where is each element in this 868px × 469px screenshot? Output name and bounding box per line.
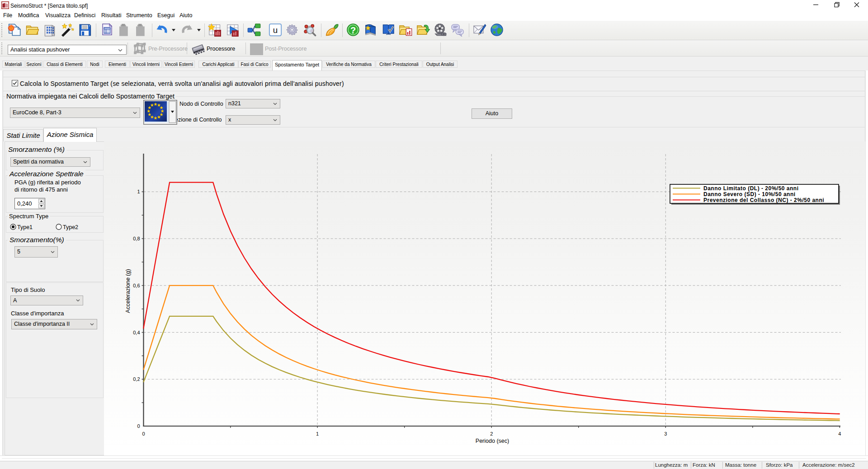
svg-text:Accelerazione (g): Accelerazione (g) (125, 269, 131, 313)
svg-text:?: ? (350, 25, 356, 35)
svg-text:1: 1 (137, 189, 140, 194)
svg-text:0,4: 0,4 (133, 330, 140, 335)
svg-text:2: 2 (490, 431, 493, 436)
svg-text:u: u (273, 25, 278, 35)
svg-text:3: 3 (664, 431, 667, 436)
svg-text:Danno Severo (SD) - 10%/50 ann: Danno Severo (SD) - 10%/50 anni (703, 191, 796, 197)
svg-text:0: 0 (142, 431, 145, 436)
svg-text:0,6: 0,6 (133, 283, 140, 288)
svg-text:1: 1 (316, 431, 319, 436)
svg-text:Danno Limitato (DL) - 20%/50 a: Danno Limitato (DL) - 20%/50 anni (703, 185, 799, 192)
svg-text:Periodo (sec): Periodo (sec) (476, 438, 509, 444)
svg-text:4: 4 (838, 431, 841, 436)
svg-text:0: 0 (137, 423, 140, 429)
svg-text:Prevenzione del Collasso (NC): Prevenzione del Collasso (NC) - 2%/50 an… (703, 197, 824, 203)
svg-text:0,2: 0,2 (133, 376, 140, 382)
svg-text:0,8: 0,8 (133, 236, 140, 241)
